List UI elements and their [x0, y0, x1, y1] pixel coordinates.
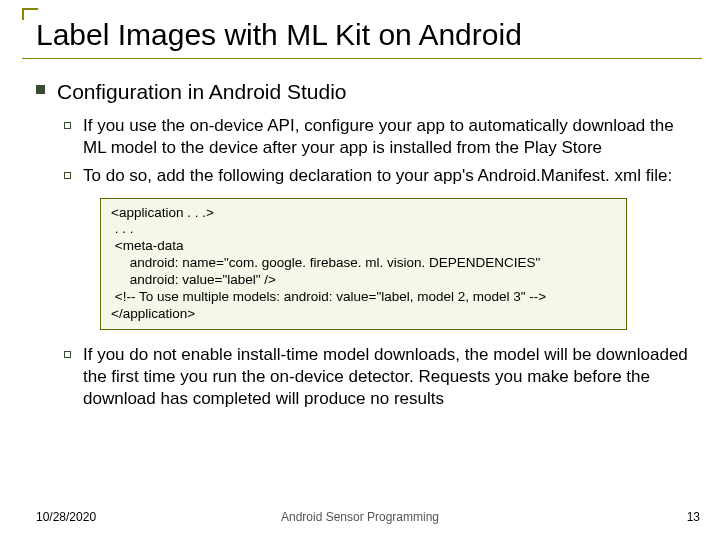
page-number: 13: [687, 510, 700, 524]
square-bullet-icon: [36, 85, 45, 94]
hollow-square-bullet-icon: [64, 172, 71, 179]
slide-title: Label Images with ML Kit on Android: [36, 18, 700, 52]
bullet-text: To do so, add the following declaration …: [83, 165, 672, 187]
bullet-text: If you do not enable install-time model …: [83, 344, 696, 410]
content-area: Configuration in Android Studio If you u…: [36, 78, 696, 416]
bullet-item: To do so, add the following declaration …: [64, 165, 696, 187]
footer-title: Android Sensor Programming: [0, 510, 720, 524]
hollow-square-bullet-icon: [64, 351, 71, 358]
bullet-item: If you do not enable install-time model …: [64, 344, 696, 410]
slide: Label Images with ML Kit on Android Conf…: [0, 0, 720, 540]
hollow-square-bullet-icon: [64, 122, 71, 129]
title-rule: [22, 58, 702, 59]
section-heading: Configuration in Android Studio: [57, 78, 347, 105]
code-block: <application . . .> . . . <meta-data and…: [100, 198, 627, 330]
bullet-text: If you use the on-device API, configure …: [83, 115, 696, 159]
section-heading-row: Configuration in Android Studio: [36, 78, 696, 105]
bullet-item: If you use the on-device API, configure …: [64, 115, 696, 159]
